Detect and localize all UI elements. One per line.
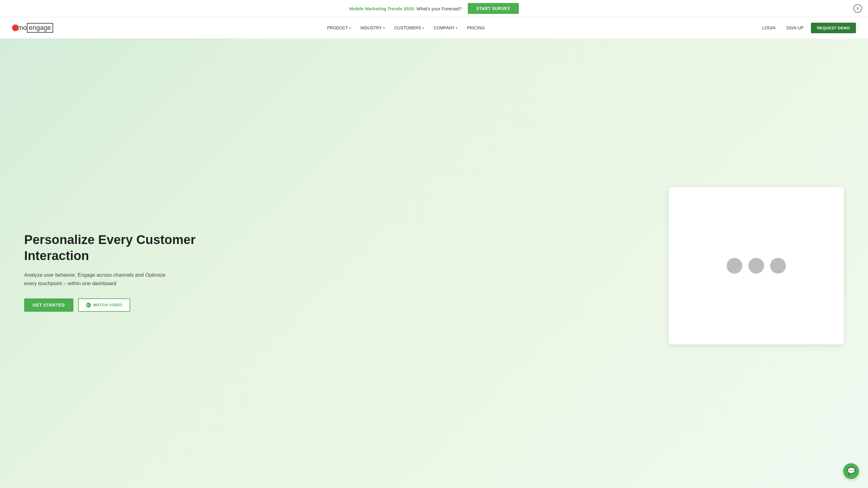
watch-video-button[interactable]: ▶ WATCH VIDEO	[78, 298, 130, 312]
chat-icon: 💬	[847, 467, 855, 475]
hero-description: Analyze user behavior, Engage across cha…	[24, 271, 175, 287]
announcement-text: Mobile Marketing Trends 2020: What's you…	[349, 6, 462, 11]
hero-section: Personalize Every Customer Interaction A…	[0, 38, 868, 488]
announcement-description: What's your Forecast?	[416, 6, 462, 11]
nav-actions: LOGIN SIGN UP REQUEST DEMO	[759, 23, 856, 33]
nav-links: PRODUCT ▾ INDUSTRY ▾ CUSTOMERS ▾ COMPANY…	[323, 23, 488, 33]
logo-circle-icon	[12, 25, 19, 31]
logo[interactable]: mo engage	[12, 23, 53, 33]
get-started-button[interactable]: GET STARTED	[24, 298, 73, 312]
nav-link-customers[interactable]: CUSTOMERS ▾	[391, 23, 428, 33]
login-link[interactable]: LOGIN	[759, 23, 779, 33]
media-dot-1	[727, 258, 742, 274]
hero-content: Personalize Every Customer Interaction A…	[24, 220, 205, 311]
media-dot-2	[748, 258, 764, 274]
request-demo-button[interactable]: REQUEST DEMO	[811, 23, 856, 33]
chevron-down-icon: ▾	[456, 26, 457, 30]
nav-link-product[interactable]: PRODUCT ▾	[323, 23, 354, 33]
chevron-down-icon: ▾	[383, 26, 385, 30]
nav-item-industry: INDUSTRY ▾	[357, 23, 388, 33]
media-dot-3	[770, 258, 786, 274]
media-loading-dots	[727, 258, 786, 274]
announcement-bar: Mobile Marketing Trends 2020: What's you…	[0, 0, 868, 17]
nav-item-customers: CUSTOMERS ▾	[391, 23, 428, 33]
navbar: mo engage PRODUCT ▾ INDUSTRY ▾ CUSTOMERS…	[0, 17, 868, 38]
logo-text-engage: engage	[27, 23, 53, 33]
media-card	[669, 187, 844, 344]
chevron-down-icon: ▾	[349, 26, 351, 30]
nav-item-company: COMPANY ▾	[430, 23, 461, 33]
announcement-highlight: Mobile Marketing Trends 2020:	[349, 6, 415, 11]
nav-link-pricing[interactable]: PRICING	[463, 23, 488, 33]
close-announcement-button[interactable]: ×	[854, 4, 862, 13]
signup-link[interactable]: SIGN UP	[782, 23, 807, 33]
hero-title: Personalize Every Customer Interaction	[24, 232, 205, 264]
nav-item-pricing: PRICING	[463, 23, 488, 33]
start-survey-button[interactable]: START SURVEY	[468, 3, 519, 14]
watch-video-label: WATCH VIDEO	[93, 303, 122, 307]
logo-text-mo: mo	[18, 24, 27, 32]
nav-item-product: PRODUCT ▾	[323, 23, 354, 33]
hero-media	[205, 187, 844, 344]
hero-buttons: GET STARTED ▶ WATCH VIDEO	[24, 298, 205, 312]
play-icon: ▶	[86, 303, 91, 308]
nav-link-industry[interactable]: INDUSTRY ▾	[357, 23, 388, 33]
chat-widget[interactable]: 💬	[843, 463, 859, 479]
chevron-down-icon: ▾	[423, 26, 424, 30]
nav-link-company[interactable]: COMPANY ▾	[430, 23, 461, 33]
